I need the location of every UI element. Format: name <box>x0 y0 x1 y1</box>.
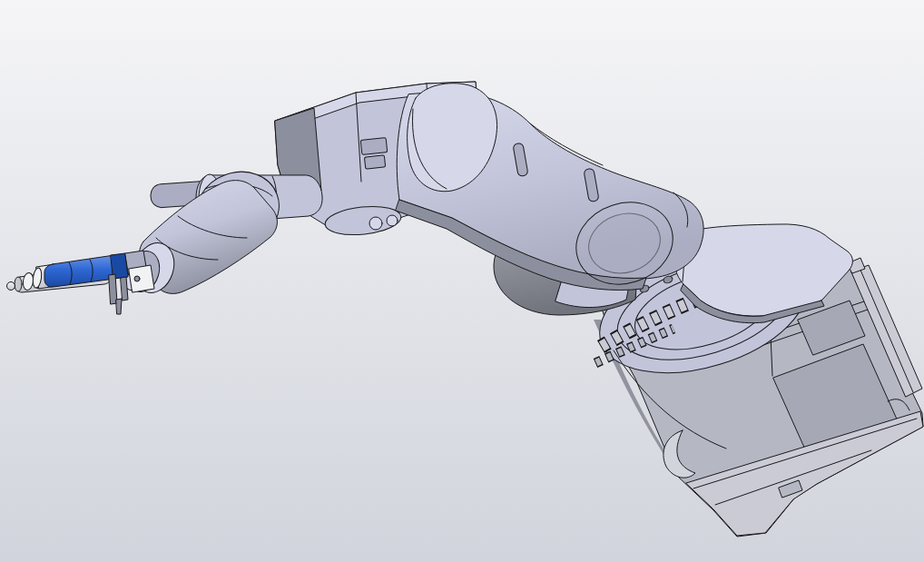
bracket-block-lower <box>129 265 154 292</box>
bracket-pin2 <box>121 277 128 301</box>
bracket-hanging-pin <box>116 299 122 314</box>
elbow-pin2 <box>387 215 398 226</box>
lower-cylinder-ball-nub <box>7 282 15 291</box>
elbow-bracket2 <box>364 155 385 169</box>
lower-cylinder-tip <box>15 277 22 291</box>
elbow-pin1 <box>369 217 382 230</box>
elbow-bracket1 <box>360 138 388 155</box>
bracket-bolt <box>134 276 140 281</box>
cad-viewport[interactable] <box>0 0 924 562</box>
robot-arm-model <box>0 0 924 562</box>
